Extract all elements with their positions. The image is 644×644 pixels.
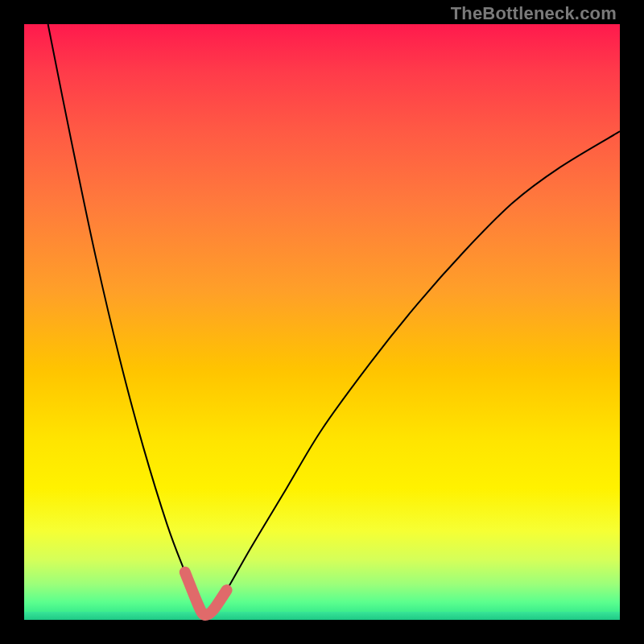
chart-frame (24, 24, 620, 620)
bottleneck-curve (48, 24, 620, 615)
chart-svg (24, 24, 620, 620)
watermark-text: TheBottleneck.com (451, 3, 617, 24)
optimal-range-marker (185, 572, 227, 615)
